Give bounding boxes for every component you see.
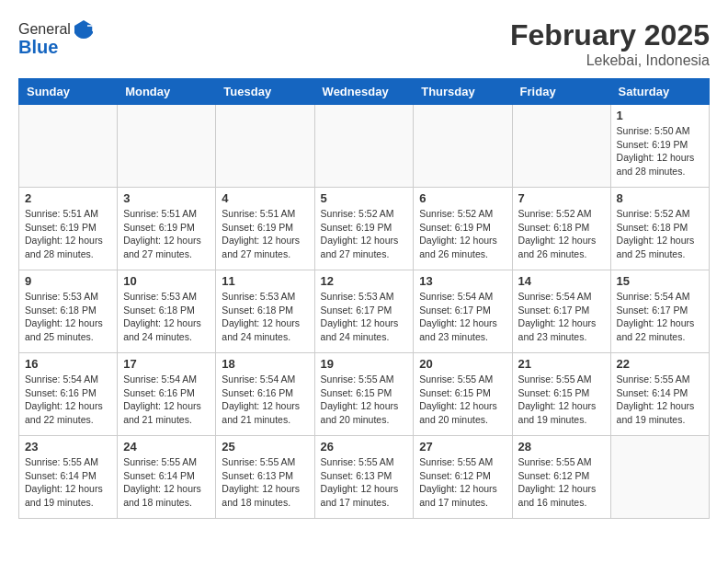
calendar-cell: 15Sunrise: 5:54 AMSunset: 6:17 PMDayligh… [610,270,709,353]
day-number: 20 [419,357,506,371]
day-number: 15 [617,274,703,288]
day-number: 13 [419,274,506,288]
day-info: Sunrise: 5:55 AMSunset: 6:14 PMDaylight:… [617,373,703,427]
day-number: 24 [123,440,210,454]
day-info: Sunrise: 5:54 AMSunset: 6:17 PMDaylight:… [617,290,703,344]
page-header: General Blue February 2025 Lekebai, Indo… [18,18,710,69]
day-info: Sunrise: 5:55 AMSunset: 6:13 PMDaylight:… [321,455,408,510]
calendar-cell: 1Sunrise: 5:50 AMSunset: 6:19 PMDaylight… [610,105,709,188]
day-info: Sunrise: 5:52 AMSunset: 6:19 PMDaylight:… [419,207,506,261]
day-number: 18 [222,357,308,371]
day-info: Sunrise: 5:55 AMSunset: 6:12 PMDaylight:… [518,455,605,510]
day-info: Sunrise: 5:52 AMSunset: 6:18 PMDaylight:… [617,207,703,261]
calendar-cell: 20Sunrise: 5:55 AMSunset: 6:15 PMDayligh… [414,353,512,436]
day-number: 1 [617,109,703,122]
day-info: Sunrise: 5:55 AMSunset: 6:15 PMDaylight:… [518,373,605,427]
day-info: Sunrise: 5:55 AMSunset: 6:14 PMDaylight:… [123,455,210,510]
calendar-week-5: 23Sunrise: 5:55 AMSunset: 6:14 PMDayligh… [19,436,710,519]
weekday-header-row: SundayMondayTuesdayWednesdayThursdayFrid… [19,79,710,105]
calendar-cell: 11Sunrise: 5:53 AMSunset: 6:18 PMDayligh… [216,270,314,353]
calendar-cell: 24Sunrise: 5:55 AMSunset: 6:14 PMDayligh… [118,436,216,519]
day-number: 2 [25,191,111,205]
day-number: 27 [419,440,506,454]
calendar-cell: 23Sunrise: 5:55 AMSunset: 6:14 PMDayligh… [19,436,118,519]
calendar-cell: 22Sunrise: 5:55 AMSunset: 6:14 PMDayligh… [610,353,709,436]
calendar-cell [512,105,610,188]
day-number: 6 [419,191,506,205]
day-info: Sunrise: 5:54 AMSunset: 6:16 PMDaylight:… [222,373,308,427]
calendar-cell: 18Sunrise: 5:54 AMSunset: 6:16 PMDayligh… [216,353,314,436]
calendar-cell [414,105,512,188]
weekday-header-thursday: Thursday [414,79,512,105]
calendar-cell: 21Sunrise: 5:55 AMSunset: 6:15 PMDayligh… [512,353,610,436]
day-number: 16 [25,357,111,371]
calendar-week-1: 1Sunrise: 5:50 AMSunset: 6:19 PMDaylight… [19,105,710,188]
day-number: 28 [518,440,605,454]
day-info: Sunrise: 5:54 AMSunset: 6:17 PMDaylight:… [518,290,605,344]
weekday-header-saturday: Saturday [610,79,709,105]
day-number: 21 [518,357,605,371]
calendar-cell: 9Sunrise: 5:53 AMSunset: 6:18 PMDaylight… [19,270,118,353]
calendar-week-2: 2Sunrise: 5:51 AMSunset: 6:19 PMDaylight… [19,188,710,270]
day-number: 14 [518,274,605,288]
day-number: 9 [25,274,111,288]
day-info: Sunrise: 5:55 AMSunset: 6:12 PMDaylight:… [419,455,506,510]
calendar-cell: 28Sunrise: 5:55 AMSunset: 6:12 PMDayligh… [512,436,610,519]
calendar-cell: 17Sunrise: 5:54 AMSunset: 6:16 PMDayligh… [118,353,216,436]
calendar-cell: 19Sunrise: 5:55 AMSunset: 6:15 PMDayligh… [314,353,414,436]
day-number: 26 [321,440,408,454]
weekday-header-wednesday: Wednesday [314,79,414,105]
day-info: Sunrise: 5:51 AMSunset: 6:19 PMDaylight:… [222,207,308,261]
day-number: 5 [321,191,408,205]
day-info: Sunrise: 5:53 AMSunset: 6:18 PMDaylight:… [222,290,308,344]
logo: General Blue [18,18,95,58]
calendar-cell: 3Sunrise: 5:51 AMSunset: 6:19 PMDaylight… [118,188,216,270]
calendar-cell [118,105,216,188]
month-title: February 2025 [510,18,710,52]
calendar-cell: 27Sunrise: 5:55 AMSunset: 6:12 PMDayligh… [414,436,512,519]
calendar-cell [216,105,314,188]
day-number: 3 [123,191,210,205]
weekday-header-monday: Monday [118,79,216,105]
calendar-cell: 7Sunrise: 5:52 AMSunset: 6:18 PMDaylight… [512,188,610,270]
day-number: 23 [25,440,111,454]
calendar-table: SundayMondayTuesdayWednesdayThursdayFrid… [18,78,710,519]
day-number: 8 [617,191,703,205]
calendar-cell: 10Sunrise: 5:53 AMSunset: 6:18 PMDayligh… [118,270,216,353]
day-info: Sunrise: 5:53 AMSunset: 6:17 PMDaylight:… [321,290,408,344]
day-number: 4 [222,191,308,205]
day-info: Sunrise: 5:55 AMSunset: 6:15 PMDaylight:… [321,373,408,427]
calendar-cell: 12Sunrise: 5:53 AMSunset: 6:17 PMDayligh… [314,270,414,353]
day-number: 19 [321,357,408,371]
calendar-week-3: 9Sunrise: 5:53 AMSunset: 6:18 PMDaylight… [19,270,710,353]
day-info: Sunrise: 5:54 AMSunset: 6:16 PMDaylight:… [123,373,210,427]
day-number: 10 [123,274,210,288]
day-info: Sunrise: 5:53 AMSunset: 6:18 PMDaylight:… [123,290,210,344]
day-info: Sunrise: 5:55 AMSunset: 6:15 PMDaylight:… [419,373,506,427]
day-info: Sunrise: 5:55 AMSunset: 6:14 PMDaylight:… [25,455,111,510]
day-info: Sunrise: 5:54 AMSunset: 6:16 PMDaylight:… [25,373,111,427]
day-info: Sunrise: 5:51 AMSunset: 6:19 PMDaylight:… [123,207,210,261]
weekday-header-sunday: Sunday [19,79,118,105]
day-number: 22 [617,357,703,371]
calendar-cell: 26Sunrise: 5:55 AMSunset: 6:13 PMDayligh… [314,436,414,519]
calendar-cell: 25Sunrise: 5:55 AMSunset: 6:13 PMDayligh… [216,436,314,519]
calendar-week-4: 16Sunrise: 5:54 AMSunset: 6:16 PMDayligh… [19,353,710,436]
day-info: Sunrise: 5:53 AMSunset: 6:18 PMDaylight:… [25,290,111,344]
location: Lekebai, Indonesia [510,52,710,69]
day-info: Sunrise: 5:55 AMSunset: 6:13 PMDaylight:… [222,455,308,510]
logo-icon [73,18,95,40]
calendar-cell: 13Sunrise: 5:54 AMSunset: 6:17 PMDayligh… [414,270,512,353]
day-info: Sunrise: 5:54 AMSunset: 6:17 PMDaylight:… [419,290,506,344]
day-number: 11 [222,274,308,288]
calendar-cell [314,105,414,188]
day-number: 7 [518,191,605,205]
calendar-cell: 2Sunrise: 5:51 AMSunset: 6:19 PMDaylight… [19,188,118,270]
calendar-cell: 6Sunrise: 5:52 AMSunset: 6:19 PMDaylight… [414,188,512,270]
logo-general-text: General [18,21,71,38]
day-number: 25 [222,440,308,454]
weekday-header-tuesday: Tuesday [216,79,314,105]
calendar-cell: 5Sunrise: 5:52 AMSunset: 6:19 PMDaylight… [314,188,414,270]
day-number: 17 [123,357,210,371]
calendar-cell [19,105,118,188]
